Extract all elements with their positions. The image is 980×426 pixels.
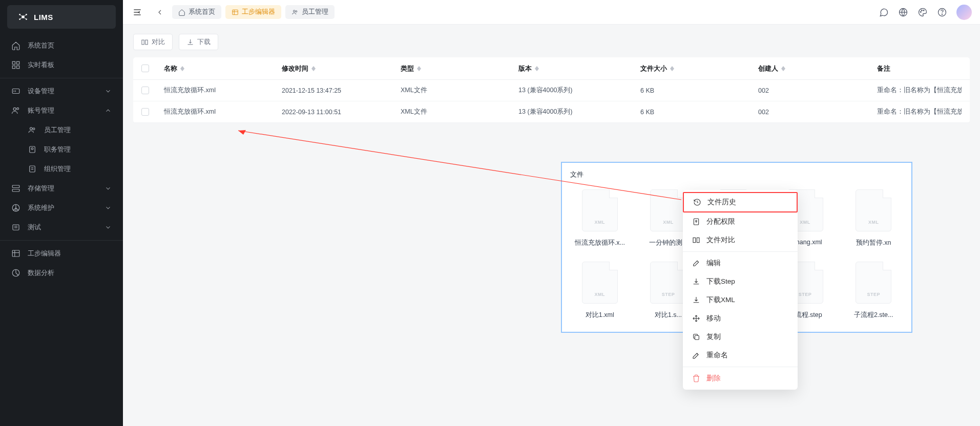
- svg-rect-22: [30, 166, 35, 172]
- ctx-perm[interactable]: 分配权限: [683, 212, 798, 231]
- table-row[interactable]: 恒流充放循环.xml 2022-09-13 11:00:51 XML文件 13 …: [133, 101, 970, 123]
- chart-icon: [11, 268, 20, 278]
- file-ext-label: XML: [595, 292, 606, 297]
- ctx-compare[interactable]: 文件对比: [683, 231, 798, 249]
- tab-home[interactable]: 系统首页: [172, 5, 221, 19]
- user-avatar[interactable]: [956, 5, 972, 20]
- sidebar-item-label: 账号管理: [28, 106, 54, 115]
- sidebar-item-home[interactable]: 系统首页: [0, 36, 123, 55]
- users-sm-icon: [291, 9, 299, 16]
- sidebar-item-data-analysis[interactable]: 数据分析: [0, 263, 123, 283]
- file-ext-label: STEP: [799, 292, 812, 297]
- file-thumbnail: XML: [650, 189, 686, 231]
- back-button[interactable]: [153, 5, 167, 19]
- th-label[interactable]: 创建人: [758, 64, 778, 73]
- key-icon: [692, 218, 700, 226]
- copy-icon: [692, 333, 700, 341]
- chat-icon[interactable]: [879, 7, 889, 17]
- sort-icon[interactable]: [535, 66, 539, 71]
- chevron-down-icon: [105, 224, 112, 231]
- svg-rect-10: [17, 61, 19, 64]
- svg-marker-66: [781, 69, 785, 71]
- cell-creator: 002: [758, 87, 877, 94]
- th-label[interactable]: 文件大小: [640, 64, 667, 73]
- sidebar-collapse-button[interactable]: [131, 6, 143, 18]
- tab-staff[interactable]: 员工管理: [285, 5, 335, 19]
- ctx-download-step[interactable]: 下载Step: [683, 272, 798, 291]
- svg-point-45: [296, 10, 297, 12]
- compare-button[interactable]: 对比: [133, 34, 173, 50]
- file-card[interactable]: STEP 子流程2.ste...: [844, 262, 903, 320]
- sidebar-group-test[interactable]: 测试: [0, 218, 123, 237]
- sort-icon[interactable]: [417, 66, 421, 71]
- tab-step-editor[interactable]: 工步编辑器: [225, 5, 281, 19]
- file-ext-label: XML: [663, 220, 674, 225]
- sidebar-group-storage[interactable]: 存储管理: [0, 179, 123, 198]
- sidebar-item-label: 组织管理: [44, 164, 71, 174]
- sidebar-group-device[interactable]: 设备管理: [0, 81, 123, 101]
- ctx-rename[interactable]: 重命名: [683, 346, 798, 365]
- sidebar-item-org[interactable]: 组织管理: [0, 159, 123, 179]
- chevron-down-icon: [105, 88, 112, 95]
- th-label[interactable]: 版本: [518, 64, 532, 73]
- download-button[interactable]: 下载: [179, 34, 218, 50]
- sidebar-group-account[interactable]: 账号管理: [0, 101, 123, 120]
- file-card[interactable]: XML 预约暂停.xn: [844, 189, 903, 247]
- sort-icon[interactable]: [180, 66, 184, 71]
- sidebar-group-maintain[interactable]: 系统维护: [0, 198, 123, 218]
- cell-version: 13 (兼容4000系列): [518, 108, 640, 116]
- sort-icon[interactable]: [311, 66, 316, 71]
- ctx-copy[interactable]: 复制: [683, 328, 798, 346]
- compare-icon: [692, 236, 700, 244]
- file-thumbnail: XML: [582, 262, 618, 304]
- svg-rect-41: [233, 10, 238, 14]
- sidebar-item-label: 存储管理: [28, 184, 54, 193]
- th-label[interactable]: 名称: [164, 64, 177, 73]
- app-logo[interactable]: LIMS: [7, 5, 116, 29]
- svg-rect-70: [697, 238, 699, 242]
- move-icon: [692, 314, 700, 323]
- cell-size: 6 KB: [640, 87, 758, 94]
- sort-icon[interactable]: [670, 66, 674, 71]
- file-name-label: 一分钟的测...: [649, 239, 687, 247]
- th-label[interactable]: 类型: [401, 64, 414, 73]
- file-name-label: 对比1.s...: [655, 311, 682, 320]
- svg-rect-31: [13, 225, 19, 230]
- cell-type: XML文件: [401, 86, 518, 95]
- svg-point-18: [30, 127, 33, 130]
- ctx-download-xml[interactable]: 下载XML: [683, 291, 798, 309]
- sidebar-item-step-editor[interactable]: 工步编辑器: [0, 244, 123, 263]
- grid-icon: [11, 60, 20, 70]
- cell-type: XML文件: [401, 108, 518, 116]
- svg-point-19: [33, 128, 35, 130]
- svg-point-48: [920, 11, 921, 12]
- globe-icon[interactable]: [898, 7, 908, 17]
- help-icon[interactable]: [937, 7, 947, 17]
- palette-icon[interactable]: [918, 7, 928, 17]
- logo-text: LIMS: [34, 13, 53, 22]
- svg-rect-71: [695, 335, 699, 339]
- ctx-label: 下载XML: [706, 295, 735, 305]
- sort-icon[interactable]: [781, 66, 785, 71]
- svg-rect-25: [12, 185, 19, 188]
- file-card[interactable]: XML 对比1.xml: [570, 262, 630, 320]
- ctx-move[interactable]: 移动: [683, 309, 798, 328]
- th-label[interactable]: 修改时间: [282, 64, 308, 73]
- sidebar-item-dashboard[interactable]: 实时看板: [0, 55, 123, 75]
- ctx-delete[interactable]: 删除: [683, 369, 798, 388]
- file-card[interactable]: XML 恒流充放循环.x...: [570, 189, 630, 247]
- select-all-checkbox[interactable]: [141, 65, 149, 72]
- cell-remark: 重命名：旧名称为【恒流充放循环.x...: [877, 86, 962, 95]
- table-row[interactable]: 恒流充放循环.xml 2021-12-15 13:47:25 XML文件 13 …: [133, 80, 970, 101]
- row-checkbox[interactable]: [141, 108, 149, 116]
- cell-size: 6 KB: [640, 109, 758, 116]
- svg-point-68: [696, 220, 697, 222]
- th-label[interactable]: 备注: [877, 64, 890, 73]
- sidebar-item-label: 测试: [28, 223, 41, 232]
- ctx-file-history[interactable]: 文件历史: [683, 192, 798, 212]
- ctx-edit[interactable]: 编辑: [683, 254, 798, 272]
- sidebar-item-role[interactable]: 职务管理: [0, 140, 123, 159]
- org-icon: [28, 164, 37, 174]
- sidebar-item-staff[interactable]: 员工管理: [0, 120, 123, 140]
- row-checkbox[interactable]: [141, 87, 149, 94]
